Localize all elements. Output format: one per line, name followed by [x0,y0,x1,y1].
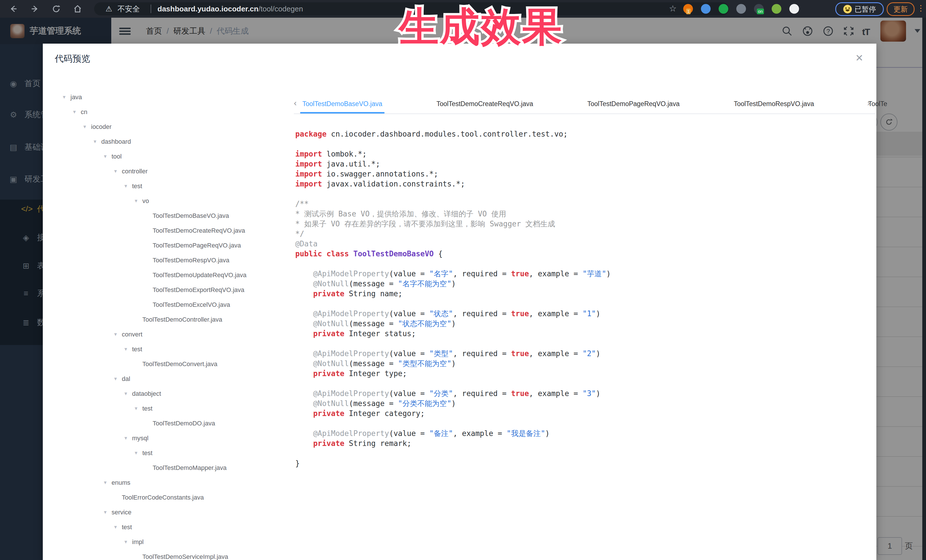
tree-node-label: dataobject [132,390,161,397]
caret-down-icon[interactable]: ▼ [124,347,132,352]
code-line: private Integer status; [295,329,875,339]
url-text[interactable]: dashboard.yudao.iocoder.cn/tool/codegen [157,2,303,15]
ext-switch-icon[interactable]: on [754,4,764,14]
tree-folder[interactable]: ▼test [43,401,294,416]
caret-down-icon[interactable]: ▼ [62,95,70,100]
tree-folder[interactable]: ▼iocoder [43,119,294,134]
security-warning-icon[interactable]: ⚠ [106,2,112,15]
browser-scrollbar[interactable] [922,18,926,560]
caret-down-icon[interactable]: ▼ [82,124,91,130]
file-tab[interactable]: ToolTestDemoRespVO.java [734,100,814,108]
chrome-update-button[interactable]: 更新 [887,2,915,16]
caret-down-icon[interactable]: ▼ [113,376,122,382]
file-tab[interactable]: ToolTestDemoCreateReqVO.java [436,100,533,108]
caret-down-icon[interactable]: ▼ [134,198,142,204]
tree-folder[interactable]: ▼convert [43,327,294,342]
tree-folder[interactable]: ▼test [43,520,294,534]
caret-down-icon[interactable]: ▼ [124,391,132,396]
code-preview-modal: 代码预览 ✕ ▼java▼cn▼iocoder▼dashboard▼tool▼c… [43,44,876,560]
caret-down-icon[interactable]: ▼ [103,480,112,485]
file-tab[interactable]: ToolTestDemoBaseVO.java [303,100,382,108]
tabs-scroll-right-icon[interactable]: › [867,98,870,108]
tree-file[interactable]: ToolTestDemoBaseVO.java [43,208,294,223]
tree-folder[interactable]: ▼dashboard [43,134,294,149]
ext-leaf-icon[interactable] [772,4,781,14]
ext-drop-icon[interactable] [701,4,711,14]
security-label[interactable]: 不安全 [118,2,140,15]
code-line [295,448,875,459]
ext-puzzle-icon[interactable] [789,4,799,14]
tree-folder[interactable]: ▼test [43,446,294,460]
caret-down-icon[interactable]: ▼ [103,510,112,515]
tree-file[interactable]: ToolTestDemoMapper.java [43,460,294,475]
code-line: @NotNull(message = "名字不能为空") [295,279,875,289]
code-line: import io.swagger.annotations.*; [295,169,875,179]
tree-node-label: dashboard [101,138,131,145]
tree-file[interactable]: ToolTestDemoServiceImpl.java [43,549,294,560]
caret-down-icon[interactable]: ▼ [124,436,132,441]
tree-file[interactable]: ToolTestDemoExportReqVO.java [43,282,294,297]
tree-node-label: ToolTestDemoServiceImpl.java [142,553,228,560]
tree-file[interactable]: ToolTestDemoRespVO.java [43,253,294,268]
back-icon[interactable] [9,4,18,14]
caret-down-icon[interactable]: ▼ [124,184,132,189]
tree-folder[interactable]: ▼cn [43,105,294,119]
caret-down-icon[interactable]: ▼ [113,169,122,174]
tree-node-label: ToolTestDemoExportReqVO.java [153,286,245,294]
tree-file[interactable]: ToolTestDemoController.java [43,312,294,327]
caret-down-icon[interactable]: ▼ [93,139,101,144]
code-line: * 如果子 VO 存在差异的字段，请不要添加到这里，影响 Swagger 文档生… [295,219,875,229]
code-line: @ApiModelProperty(value = "分类", required… [295,389,875,398]
caret-down-icon[interactable]: ▼ [113,525,122,530]
reload-icon[interactable] [51,4,61,14]
close-icon[interactable]: ✕ [855,52,864,63]
ext-shield-icon[interactable]: 1 [683,4,693,14]
tree-folder[interactable]: ▼dal [43,371,294,386]
tree-folder[interactable]: ▼mysql [43,431,294,446]
tree-file[interactable]: ToolErrorCodeConstants.java [43,490,294,505]
tree-folder[interactable]: ▼java [43,90,294,105]
tree-folder[interactable]: ▼controller [43,164,294,179]
tree-folder[interactable]: ▼service [43,505,294,520]
tree-file[interactable]: ToolTestDemoCreateReqVO.java [43,223,294,238]
tree-node-label: iocoder [91,123,112,131]
caret-down-icon[interactable]: ▼ [134,406,142,411]
ext-diamond-icon[interactable] [736,4,746,14]
caret-down-icon[interactable]: ▼ [113,332,122,337]
caret-down-icon[interactable]: ▼ [134,450,142,456]
tree-folder[interactable]: ▼enums [43,475,294,490]
code-line [295,379,875,389]
code-view[interactable]: package cn.iocoder.dashboard.modules.too… [295,129,875,468]
tree-folder[interactable]: ▼impl [43,534,294,549]
caret-down-icon[interactable]: ▼ [72,110,81,115]
tree-folder[interactable]: ▼vo [43,193,294,208]
browser-menu-icon[interactable]: ⋮ [917,3,925,13]
ext-green-icon[interactable] [719,4,728,14]
file-tab[interactable]: ToolTestDemoPageReqVO.java [587,100,679,108]
home-icon[interactable] [73,4,82,14]
tree-folder[interactable]: ▼dataobject [43,386,294,401]
tree-file[interactable]: ToolTestDemoUpdateReqVO.java [43,268,294,282]
code-line: public class ToolTestDemoBaseVO { [295,249,875,259]
bookmark-star-icon[interactable]: ☆ [669,3,677,14]
paused-extension-button[interactable]: 已暂停 [835,2,884,16]
tree-file[interactable]: ToolTestDemoPageReqVO.java [43,238,294,253]
tree-node-label: test [132,346,142,353]
caret-down-icon[interactable]: ▼ [124,539,132,545]
forward-icon[interactable] [30,4,40,14]
update-label: 更新 [893,5,908,14]
tree-file[interactable]: ToolTestDemoDO.java [43,416,294,431]
tree-folder[interactable]: ▼tool [43,149,294,164]
tree-file[interactable]: ToolTestDemoExcelVO.java [43,297,294,312]
tree-folder[interactable]: ▼test [43,342,294,357]
file-tab[interactable]: ToolTe [868,100,887,108]
caret-down-icon[interactable]: ▼ [103,154,112,159]
tabs-scroll-left-icon[interactable]: ‹ [294,98,297,108]
tree-file[interactable]: ToolTestDemoConvert.java [43,357,294,371]
paused-label: 已暂停 [855,5,876,14]
tree-node-label: test [142,449,152,457]
tree-node-label: ToolTestDemoController.java [142,316,222,323]
tree-folder[interactable]: ▼test [43,179,294,193]
code-line: private Integer type; [295,369,875,379]
code-line: @ApiModelProperty(value = "备注", example … [295,429,875,439]
